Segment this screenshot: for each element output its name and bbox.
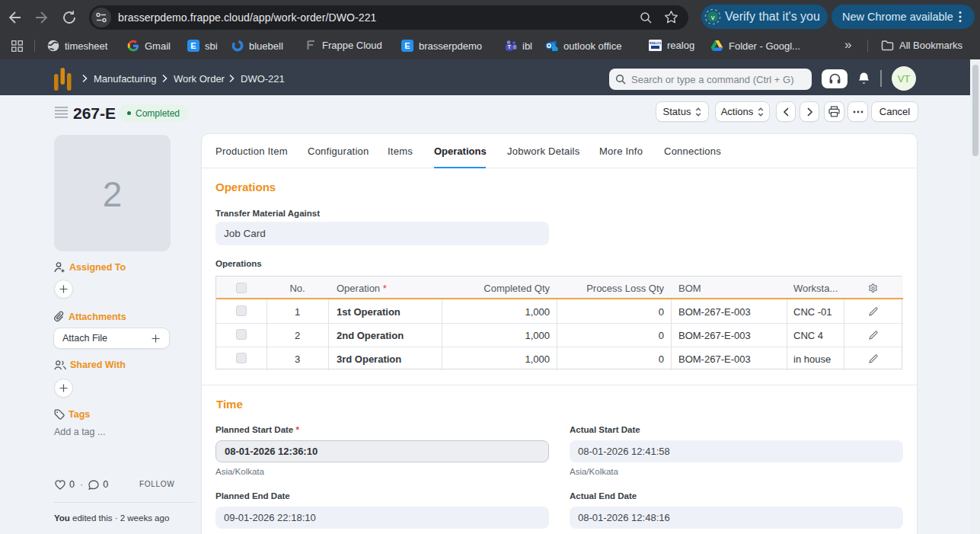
svg-text:REALOG: REALOG (650, 42, 662, 45)
svg-text:E: E (190, 41, 196, 50)
svg-text:T: T (508, 44, 511, 50)
svg-text:E: E (404, 41, 410, 50)
svg-text:v: v (711, 13, 715, 21)
